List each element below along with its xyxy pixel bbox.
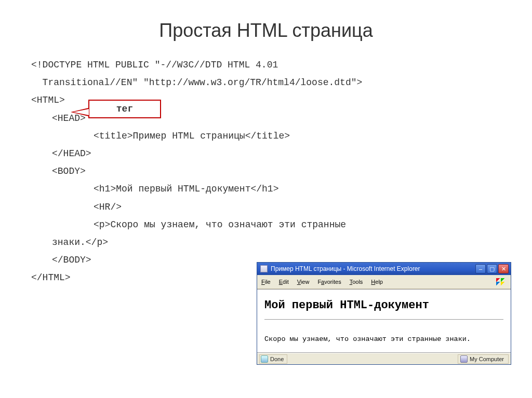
code-example: <!DOCTYPE HTML PUBLIC "-//W3C//DTD HTML … — [31, 56, 501, 286]
callout-label: тег — [116, 104, 133, 114]
rendered-paragraph: Скоро мы узнаем, что означают эти странн… — [264, 335, 503, 343]
status-zone: My Computer — [458, 354, 509, 364]
status-done: Done — [259, 354, 287, 364]
menu-edit[interactable]: Edit — [279, 279, 289, 285]
minimize-button[interactable]: – — [475, 264, 486, 273]
slide-title: Простая HTML страница — [31, 20, 501, 42]
menu-help[interactable]: Help — [371, 279, 383, 285]
h1-line: <h1>Мой первый HTML-документ</h1> — [31, 180, 501, 198]
callout-tag: тег — [88, 100, 161, 118]
browser-window: Пример HTML страницы - Microsoft Interne… — [257, 262, 511, 365]
head-close: </head> — [31, 145, 501, 162]
menu-favorites[interactable]: Favorites — [317, 279, 341, 285]
menu-view[interactable]: View — [297, 279, 310, 285]
rendered-hr — [264, 319, 503, 320]
window-title: Пример HTML страницы - Microsoft Interne… — [271, 265, 475, 272]
doctype-line-1: <!DOCTYPE HTML PUBLIC "-//W3C//DTD HTML … — [31, 56, 501, 74]
doctype-line-2: Transitional//EN" "http://www.w3.org/TR/… — [31, 74, 501, 91]
titlebar: Пример HTML страницы - Microsoft Interne… — [257, 263, 511, 275]
close-button[interactable]: ✕ — [498, 264, 509, 273]
maximize-button[interactable]: ▢ — [487, 264, 497, 273]
title-line: <title>Пример HTML страницы</title> — [31, 127, 501, 145]
window-controls: – ▢ ✕ — [475, 264, 509, 273]
ie-logo-icon — [495, 277, 507, 287]
menu-tools[interactable]: Tools — [350, 279, 363, 285]
rendered-h1: Мой первый HTML-документ — [264, 299, 503, 312]
hr-line: <hr/> — [31, 198, 501, 216]
menubar: File Edit View Favorites Tools Help — [257, 275, 511, 289]
page-icon — [260, 265, 268, 272]
page-content: Мой первый HTML-документ Скоро мы узнаем… — [257, 289, 511, 353]
callout-arrow-fill — [73, 109, 89, 115]
computer-icon — [460, 355, 468, 363]
body-open: <body> — [31, 162, 501, 180]
slide: Простая HTML страница <!DOCTYPE HTML PUB… — [0, 0, 532, 398]
p-line-b: знаки.</p> — [31, 234, 501, 251]
menu-file[interactable]: File — [261, 279, 271, 285]
done-icon — [261, 355, 268, 363]
p-line-a: <p>Скоро мы узнаем, что означают эти стр… — [31, 216, 501, 234]
statusbar: Done My Computer — [257, 353, 511, 364]
